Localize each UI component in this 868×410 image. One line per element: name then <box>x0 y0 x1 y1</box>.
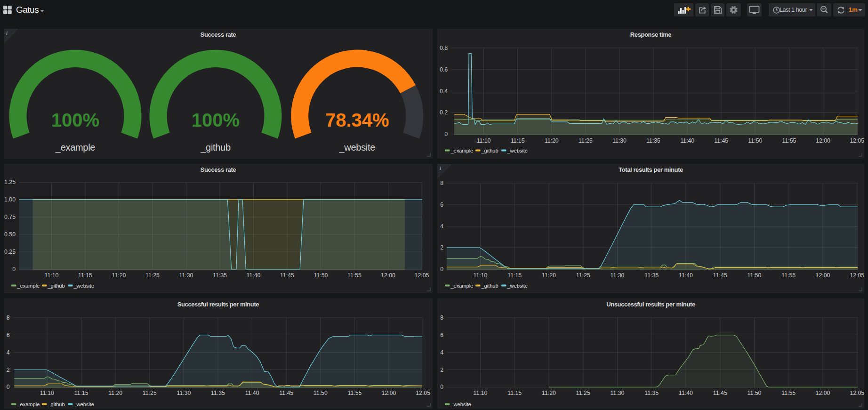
svg-text:11:40: 11:40 <box>679 390 693 396</box>
svg-text:11:25: 11:25 <box>576 272 590 279</box>
svg-text:6: 6 <box>7 332 10 338</box>
svg-text:_github: _github <box>48 283 65 289</box>
svg-text:100%: 100% <box>51 110 99 130</box>
svg-text:11:15: 11:15 <box>507 272 522 279</box>
svg-text:11:20: 11:20 <box>542 272 556 279</box>
svg-text:11:25: 11:25 <box>579 137 593 144</box>
svg-text:11:45: 11:45 <box>280 272 294 279</box>
svg-text:11:30: 11:30 <box>611 390 625 396</box>
svg-text:11:25: 11:25 <box>143 390 157 396</box>
svg-text:8: 8 <box>440 180 443 186</box>
svg-text:11:50: 11:50 <box>748 137 762 144</box>
svg-text:11:10: 11:10 <box>40 390 54 396</box>
svg-text:11:15: 11:15 <box>507 390 522 396</box>
svg-text:12:05: 12:05 <box>850 272 864 279</box>
svg-text:12:00: 12:00 <box>816 272 830 279</box>
svg-text:11:50: 11:50 <box>314 272 328 279</box>
svg-text:8: 8 <box>7 314 10 321</box>
svg-text:_github: _github <box>481 283 498 289</box>
svg-text:11:20: 11:20 <box>542 390 556 396</box>
svg-text:11:20: 11:20 <box>545 137 559 144</box>
svg-text:100%: 100% <box>192 110 240 130</box>
svg-text:11:20: 11:20 <box>108 390 122 396</box>
svg-text:0.75: 0.75 <box>4 214 16 220</box>
svg-text:_example: _example <box>17 283 40 289</box>
svg-text:11:50: 11:50 <box>747 272 762 279</box>
svg-text:11:45: 11:45 <box>279 390 293 396</box>
svg-text:12:05: 12:05 <box>850 137 864 144</box>
svg-text:0.8: 0.8 <box>440 45 448 51</box>
svg-text:0: 0 <box>444 131 448 137</box>
svg-text:11:10: 11:10 <box>474 272 488 279</box>
svg-text:0: 0 <box>440 266 443 273</box>
svg-text:11:20: 11:20 <box>112 272 126 279</box>
svg-text:11:35: 11:35 <box>213 272 227 279</box>
svg-text:_example: _example <box>450 283 474 289</box>
svg-text:11:15: 11:15 <box>511 137 525 144</box>
svg-text:11:15: 11:15 <box>78 272 92 279</box>
svg-text:2: 2 <box>440 244 443 251</box>
svg-text:11:55: 11:55 <box>347 390 362 396</box>
svg-text:11:25: 11:25 <box>145 272 160 279</box>
svg-text:11:45: 11:45 <box>714 137 728 144</box>
svg-text:11:50: 11:50 <box>747 390 762 396</box>
svg-text:12:00: 12:00 <box>816 137 830 144</box>
svg-text:12:00: 12:00 <box>382 390 396 396</box>
svg-text:11:55: 11:55 <box>782 137 796 144</box>
svg-text:0: 0 <box>7 384 10 390</box>
svg-text:1.00: 1.00 <box>4 196 16 203</box>
svg-text:12:00: 12:00 <box>816 390 830 396</box>
svg-text:0: 0 <box>440 384 443 390</box>
svg-text:12:00: 12:00 <box>381 272 395 279</box>
svg-text:11:55: 11:55 <box>781 272 796 279</box>
svg-text:11:15: 11:15 <box>74 390 88 396</box>
svg-text:_website: _website <box>507 148 528 153</box>
svg-text:0.6: 0.6 <box>440 66 448 73</box>
svg-text:_website: _website <box>339 142 376 153</box>
svg-text:11:30: 11:30 <box>179 272 193 279</box>
svg-text:_example: _example <box>17 402 40 407</box>
svg-text:11:30: 11:30 <box>612 137 627 144</box>
svg-text:78.34%: 78.34% <box>325 110 389 130</box>
svg-text:_github: _github <box>48 402 65 407</box>
svg-text:_github: _github <box>200 142 231 153</box>
svg-text:11:40: 11:40 <box>247 272 261 279</box>
svg-text:_website: _website <box>73 283 94 289</box>
svg-text:2: 2 <box>7 367 10 373</box>
svg-text:_website: _website <box>73 402 94 407</box>
svg-text:4: 4 <box>7 349 10 356</box>
svg-text:4: 4 <box>440 349 443 356</box>
svg-text:0.2: 0.2 <box>440 109 448 116</box>
svg-text:11:50: 11:50 <box>313 390 328 396</box>
svg-text:11:35: 11:35 <box>644 272 659 279</box>
svg-text:0.4: 0.4 <box>440 88 448 95</box>
svg-text:11:55: 11:55 <box>347 272 362 279</box>
svg-text:11:30: 11:30 <box>611 272 625 279</box>
svg-text:6: 6 <box>440 332 443 338</box>
svg-text:11:40: 11:40 <box>679 272 693 279</box>
svg-text:4: 4 <box>440 223 443 230</box>
svg-text:11:40: 11:40 <box>245 390 259 396</box>
svg-text:12:05: 12:05 <box>416 390 430 396</box>
svg-text:_example: _example <box>450 148 474 153</box>
svg-text:8: 8 <box>440 314 443 321</box>
svg-text:0.25: 0.25 <box>4 249 16 255</box>
svg-text:2: 2 <box>440 367 443 373</box>
svg-text:_website: _website <box>450 402 471 407</box>
svg-text:_example: _example <box>55 142 95 153</box>
svg-text:11:40: 11:40 <box>680 137 694 144</box>
svg-text:11:45: 11:45 <box>713 272 727 279</box>
svg-text:11:10: 11:10 <box>477 137 491 144</box>
svg-text:_website: _website <box>507 283 528 289</box>
svg-text:12:05: 12:05 <box>850 390 864 396</box>
svg-text:11:10: 11:10 <box>474 390 488 396</box>
svg-text:1.25: 1.25 <box>4 179 16 185</box>
svg-text:11:10: 11:10 <box>45 272 59 279</box>
svg-text:_github: _github <box>481 148 498 153</box>
svg-text:11:45: 11:45 <box>713 390 727 396</box>
svg-text:0: 0 <box>12 266 16 273</box>
svg-text:11:35: 11:35 <box>644 390 659 396</box>
svg-text:11:55: 11:55 <box>781 390 796 396</box>
svg-text:6: 6 <box>440 201 443 208</box>
svg-text:11:30: 11:30 <box>177 390 191 396</box>
